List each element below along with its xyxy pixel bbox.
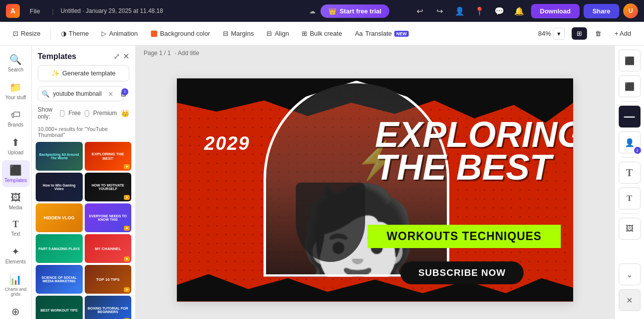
template-thumb-3[interactable]: How to Win Gaming Video: [36, 173, 83, 201]
sidebar-nav: 🔍 Search 📁 Your stuff 🏷 Brands ⬆ Upload …: [0, 46, 32, 319]
sidebar-item-elements[interactable]: ✦ Elements: [2, 242, 30, 268]
add-button[interactable]: + Add: [609, 27, 636, 40]
right-panel-item-7[interactable]: 🖼: [619, 218, 641, 240]
free-checkbox[interactable]: [60, 110, 64, 117]
generate-icon: ✨: [52, 69, 59, 77]
charts-nav-label: Charts and grids: [4, 287, 28, 297]
bg-color-button[interactable]: Background color: [146, 27, 215, 40]
file-menu[interactable]: File: [25, 5, 45, 17]
animation-button[interactable]: ▷ Animation: [97, 27, 143, 40]
start-trial-button[interactable]: 👑 Start free trial: [321, 4, 389, 18]
grid-icon: ⊞: [577, 30, 582, 37]
upload-nav-icon: ⬆: [11, 136, 20, 148]
panel-badge-2: 2: [634, 147, 641, 154]
grid-view-button[interactable]: ⊞: [572, 27, 587, 40]
template-thumb-7[interactable]: PART 5 AMAZING PLAYS: [36, 234, 83, 263]
templates-nav-label: Templates: [4, 178, 27, 183]
sidebar-item-templates[interactable]: ⬛ Templates: [2, 160, 30, 187]
trash-button[interactable]: 🗑: [590, 27, 606, 40]
right-panel-item-3[interactable]: —: [619, 106, 641, 128]
animation-icon: ▷: [102, 30, 107, 37]
filter-button[interactable]: ⊟ 2: [121, 90, 126, 98]
profile-button[interactable]: 👤: [452, 3, 468, 19]
thumb-cta: SUBSCRIBE NOW: [418, 267, 506, 278]
template-thumb-6[interactable]: EVERYONE NEEDS TO KNOW THIS ★: [85, 203, 132, 232]
sidebar-item-addons[interactable]: ⊕ Add-ons: [2, 302, 30, 319]
addons-nav-icon: ⊕: [11, 306, 20, 318]
template-thumb-1[interactable]: Backpacking All Around The World: [36, 142, 83, 171]
sidebar-item-upload[interactable]: ⬆ Upload: [2, 132, 30, 159]
right-panel-sep-3: [621, 213, 639, 214]
download-button[interactable]: Download: [531, 4, 580, 18]
template-row-5: SCIENCE OF SOCIAL MEDIA MARKETING TOP 10…: [36, 265, 131, 294]
theme-button[interactable]: ◑ Theme: [56, 27, 94, 40]
margins-button[interactable]: ⊟ Margins: [218, 27, 259, 40]
premium-label: Premium: [93, 110, 117, 117]
right-panel-item-5[interactable]: T: [619, 162, 641, 184]
search-clear-button[interactable]: ✕: [108, 90, 113, 98]
resize-button[interactable]: ⊡ Resize: [8, 27, 46, 40]
bell-button[interactable]: 🔔: [511, 3, 527, 19]
share-button[interactable]: Share: [584, 4, 619, 18]
filter-badge: 2: [121, 88, 128, 95]
thumb-year: 2029: [204, 133, 250, 154]
right-panel-sep-1: [621, 101, 639, 102]
redo-button[interactable]: ↪: [432, 3, 448, 19]
app-logo[interactable]: A: [6, 4, 20, 18]
resize-icon: ⊡: [13, 30, 18, 37]
canvas-wrapper[interactable]: 2029 ⚡ ⚡ 🧑 EXPLORIN: [136, 61, 614, 319]
bulk-create-button[interactable]: ⊞ Bulk create: [297, 27, 347, 40]
chat-button[interactable]: 💬: [491, 3, 507, 19]
template-thumb-8[interactable]: MY CHANNEL ★: [85, 234, 132, 263]
right-panel-item-1[interactable]: ⬛: [619, 50, 641, 71]
zoom-button[interactable]: ▾: [553, 28, 565, 40]
translate-button[interactable]: Aa Translate NEW: [350, 27, 414, 40]
align-button[interactable]: ⊟ Align: [262, 27, 294, 40]
template-row-6: BEST WORKOUT TIPS BOXING TUTORIAL FOR BE…: [36, 296, 131, 319]
panel-title: Templates: [38, 52, 76, 61]
right-panel-bottom: ⌄ ✕: [619, 263, 641, 315]
template-thumb-10[interactable]: TOP 10 TIPS ★: [85, 265, 132, 294]
template-thumb-9[interactable]: SCIENCE OF SOCIAL MEDIA MARKETING: [36, 265, 83, 294]
right-panel-item-6[interactable]: T: [619, 188, 641, 209]
template-thumb-11[interactable]: BEST WORKOUT TIPS: [36, 296, 83, 319]
premium-checkbox[interactable]: [85, 110, 89, 117]
thumb-subscribe-btn[interactable]: SUBSCRIBE NOW: [400, 261, 524, 284]
right-panel-chevron[interactable]: ⌄: [619, 263, 641, 285]
page-label: Page 1 / 1: [144, 50, 171, 57]
template-thumb-5[interactable]: HIDDEN VLOG: [36, 203, 83, 232]
template-thumb-2[interactable]: EXPLORING THE BEST ★: [85, 142, 132, 171]
user-avatar[interactable]: U: [623, 3, 638, 18]
canvas-header: Page 1 / 1 · Add title: [136, 46, 614, 61]
template-thumb-4[interactable]: HOW TO MOTIVATE YOURSELF ★: [85, 173, 132, 201]
template-thumb-12[interactable]: BOXING TUTORIAL FOR BEGINNERS ★: [85, 296, 132, 319]
thumb-kettlebell: [296, 183, 365, 262]
right-panel-item-4[interactable]: 👤 2: [619, 131, 641, 153]
brands-nav-icon: 🏷: [11, 109, 21, 121]
sidebar-item-text[interactable]: T Text: [2, 215, 30, 241]
search-box: 🔍 ✕ ⊟ 2: [38, 86, 129, 101]
sidebar-item-search[interactable]: 🔍 Search: [2, 50, 30, 76]
sidebar-item-media[interactable]: 🖼 Media: [2, 188, 30, 214]
template-row-4: PART 5 AMAZING PLAYS MY CHANNEL ★: [36, 234, 131, 263]
undo-button[interactable]: ↩: [412, 3, 428, 19]
search-icon: 🔍: [42, 90, 50, 98]
free-label: Free: [68, 110, 81, 117]
sidebar-item-charts[interactable]: 📊 Charts and grids: [2, 269, 30, 301]
sidebar-item-yourstuff[interactable]: 📁 Your stuff: [2, 77, 30, 104]
canvas[interactable]: 2029 ⚡ ⚡ 🧑 EXPLORIN: [177, 78, 573, 302]
premium-badge-6: ★: [124, 226, 130, 231]
right-panel-item-2[interactable]: ⬛: [619, 75, 641, 97]
expand-panel-button[interactable]: ⤢: [113, 52, 120, 61]
add-title-label[interactable]: · Add title: [175, 50, 199, 57]
margins-icon: ⊟: [223, 30, 228, 37]
sidebar-item-brands[interactable]: 🏷 Brands: [2, 105, 30, 131]
right-panel-close[interactable]: ✕: [619, 289, 641, 311]
close-panel-button[interactable]: ✕: [123, 52, 129, 61]
generate-template-button[interactable]: ✨ Generate template: [38, 65, 129, 81]
location-button[interactable]: 📍: [472, 3, 487, 19]
search-nav-label: Search: [8, 67, 24, 72]
thumbnail-preview: 2029 ⚡ ⚡ 🧑 EXPLORIN: [177, 78, 573, 302]
cloud-icon[interactable]: ☁: [309, 7, 316, 15]
translate-icon: Aa: [355, 30, 363, 37]
